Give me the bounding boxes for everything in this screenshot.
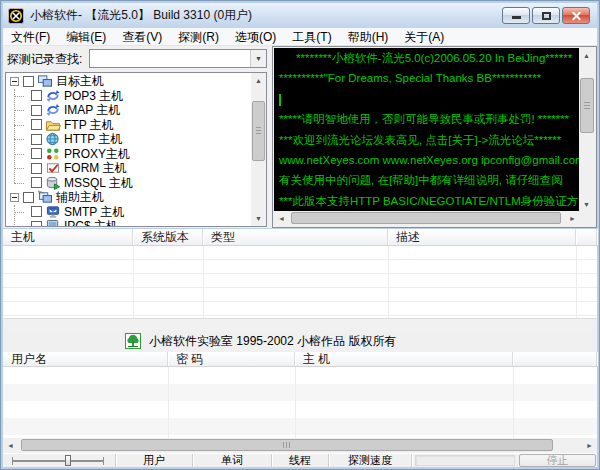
column-header-os[interactable]: 系统版本	[133, 229, 203, 245]
console-line: **********"For Dreams, Special Thanks BB…	[274, 68, 580, 88]
slider-track[interactable]	[12, 460, 104, 462]
chevron-down-icon: ▼	[255, 55, 262, 62]
host-tree: 目标主机 POP3 主机	[5, 72, 267, 227]
app-icon	[8, 8, 24, 24]
tree-item-http[interactable]: HTTP 主机	[6, 132, 251, 147]
mssql-database-icon	[45, 176, 61, 190]
tree-item-imap[interactable]: IMAP 主机	[6, 103, 251, 118]
tree-item-ipc[interactable]: IPC$ 主机	[6, 219, 251, 227]
minimize-button[interactable]	[502, 7, 530, 24]
tree-label: POP3 主机	[64, 89, 123, 103]
checkbox[interactable]	[31, 163, 42, 174]
network-hosts-icon	[37, 74, 53, 88]
column-header-type[interactable]: 类型	[203, 229, 388, 245]
collapse-icon[interactable]	[10, 193, 19, 202]
banyan-tree-icon	[125, 333, 141, 349]
checkbox[interactable]	[31, 221, 42, 227]
menu-about[interactable]: 关于(A)	[396, 28, 452, 46]
menu-edit[interactable]: 编辑(E)	[58, 28, 114, 46]
tree-item-ftp[interactable]: FTP 主机	[6, 118, 251, 133]
record-search-input[interactable]	[91, 51, 249, 66]
menu-view[interactable]: 查看(V)	[114, 28, 170, 46]
speed-slider-panel	[3, 454, 116, 467]
column-header-spare	[576, 229, 597, 245]
tree-item-pop3[interactable]: POP3 主机	[6, 89, 251, 104]
checkbox[interactable]	[23, 192, 34, 203]
bottom-hscrollbar-thumb[interactable]	[21, 439, 553, 451]
status-words: 单词	[193, 454, 272, 467]
tree-item-proxy[interactable]: PROXY主机	[6, 147, 251, 162]
column-header-description[interactable]: 描述	[388, 229, 576, 245]
console-hscrollbar-thumb[interactable]	[291, 212, 561, 224]
column-header-username[interactable]: 用户名	[3, 352, 168, 366]
column-header-password[interactable]: 密 码	[168, 352, 295, 366]
scroll-down-icon[interactable]: ▼	[251, 211, 266, 226]
hosts-table-body[interactable]	[3, 246, 597, 318]
hosts-table-hscrollbar[interactable]	[3, 318, 597, 330]
tree-scrollbar[interactable]: ▲ ▼	[251, 73, 266, 226]
status-threads: 线程	[272, 454, 329, 467]
console-hscrollbar[interactable]: ◄ ►	[274, 211, 580, 226]
tree-label: FORM 主机	[64, 161, 127, 175]
collapse-icon[interactable]	[10, 77, 19, 86]
checkbox[interactable]	[31, 206, 42, 217]
tree-label: 目标主机	[56, 74, 104, 88]
tree-items: 目标主机 POP3 主机	[6, 74, 251, 226]
console-vscrollbar-thumb[interactable]	[580, 78, 594, 133]
stop-button[interactable]: 停止	[519, 454, 596, 467]
proxy-icon	[45, 147, 61, 161]
checkbox[interactable]	[23, 76, 34, 87]
tree-group-aux-hosts[interactable]: 辅助主机	[6, 190, 251, 205]
tree-label: IMAP 主机	[64, 103, 120, 117]
checkbox[interactable]	[31, 105, 42, 116]
thumb-grip	[283, 442, 290, 448]
tree-item-form[interactable]: FORM 主机	[6, 161, 251, 176]
scroll-right-icon[interactable]: ►	[582, 438, 597, 453]
scroll-up-icon[interactable]: ▲	[579, 48, 594, 63]
accounts-table-header: 用户名 密 码 主 机	[3, 352, 597, 367]
app-window: 小榕软件- 【流光5.0】 Build 3310 (0用户) 文件(F) 编辑(…	[0, 0, 600, 470]
column-divider	[295, 367, 296, 438]
menu-file[interactable]: 文件(F)	[3, 28, 58, 46]
copyright-text: 小榕软件实验室 1995-2002 小榕作品 版权所有	[149, 333, 396, 350]
menu-options[interactable]: 选项(O)	[227, 28, 284, 46]
slider-thumb[interactable]	[65, 455, 71, 466]
scroll-right-icon[interactable]: ►	[565, 211, 580, 226]
console-output: ********小榕软件-流光5.0(c)2006.05.20 In BeiJi…	[274, 48, 580, 212]
maximize-icon	[542, 12, 551, 20]
scroll-up-icon[interactable]: ▲	[251, 73, 266, 88]
maximize-button[interactable]	[532, 7, 560, 24]
scroll-down-icon[interactable]: ▼	[579, 197, 594, 212]
combo-dropdown-button[interactable]: ▼	[250, 50, 266, 67]
menu-help[interactable]: 帮助(H)	[340, 28, 397, 46]
scroll-left-icon[interactable]: ◄	[3, 438, 18, 453]
checkbox[interactable]	[31, 134, 42, 145]
column-divider	[133, 246, 134, 318]
tree-item-smtp[interactable]: SMTP 主机	[6, 205, 251, 220]
ftp-icon	[45, 118, 61, 132]
status-speed: 探测速度	[329, 454, 412, 467]
record-search-combobox[interactable]: ▼	[89, 49, 267, 68]
checkbox[interactable]	[31, 148, 42, 159]
menu-probe[interactable]: 探测(R)	[170, 28, 227, 46]
column-divider	[203, 246, 204, 318]
close-button[interactable]	[562, 7, 590, 24]
minimize-icon	[512, 16, 521, 19]
checkbox[interactable]	[31, 90, 42, 101]
tree-scrollbar-thumb[interactable]	[252, 101, 265, 161]
hosts-table-header: 主机 系统版本 类型 描述	[3, 229, 597, 246]
column-header-host[interactable]: 主机	[3, 229, 133, 245]
tree-group-target-hosts[interactable]: 目标主机	[6, 74, 251, 89]
checkbox[interactable]	[31, 119, 42, 130]
bottom-hscrollbar[interactable]: ◄ ►	[3, 438, 597, 453]
column-divider	[388, 246, 389, 318]
window-title: 小榕软件- 【流光5.0】 Build 3310 (0用户)	[30, 7, 252, 24]
scroll-left-icon[interactable]: ◄	[274, 211, 289, 226]
accounts-table-body[interactable]	[3, 367, 597, 438]
menu-bar: 文件(F) 编辑(E) 查看(V) 探测(R) 选项(O) 工具(T) 帮助(H…	[3, 28, 597, 46]
column-header-host[interactable]: 主 机	[295, 352, 513, 366]
console-vscrollbar[interactable]: ▲ ▼	[579, 48, 595, 212]
tree-item-mssql[interactable]: MSSQL 主机	[6, 176, 251, 191]
checkbox[interactable]	[31, 177, 42, 188]
menu-tools[interactable]: 工具(T)	[284, 28, 339, 46]
